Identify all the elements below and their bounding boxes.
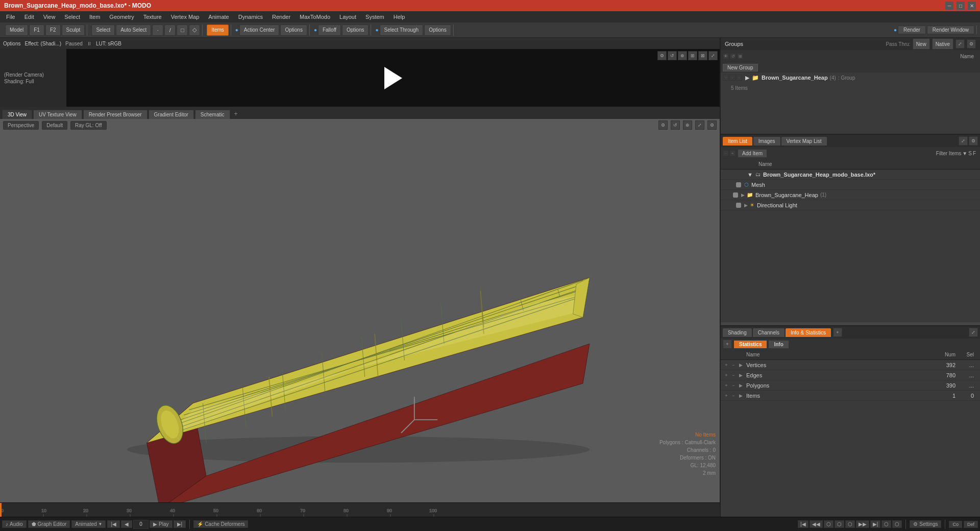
tc-3[interactable]: ⬡	[824, 520, 834, 528]
vp-ctrl-zoom[interactable]: ⊕	[683, 120, 692, 130]
auto-select-button[interactable]: Auto Select	[116, 25, 151, 36]
items-minus[interactable]: −	[730, 392, 737, 399]
groups-expand[interactable]: ⤢	[955, 39, 965, 49]
sculpt-button[interactable]: Sculpt	[62, 25, 85, 36]
group-item-row[interactable]: · · · ▶ 📁 Brown_Sugarcane_Heap (4) : Gro…	[721, 73, 980, 83]
tc-2[interactable]: ◀◀	[810, 520, 823, 528]
tab-gradient-editor[interactable]: Gradient Editor	[149, 110, 194, 119]
new-pass-button[interactable]: New	[913, 38, 930, 50]
vp-ctrl-settings[interactable]: ⚙	[707, 120, 717, 130]
items-button[interactable]: Items	[207, 25, 228, 36]
tab-info-statistics[interactable]: Info & Statistics	[786, 328, 831, 337]
item-list-settings[interactable]: ⚙	[969, 136, 978, 146]
sc-expand-icon[interactable]: ▶	[741, 192, 745, 198]
co-btn[interactable]: Co	[949, 521, 962, 528]
preview-ctrl-4[interactable]: ⊞	[688, 51, 697, 60]
audio-button[interactable]: ♪ Audio	[2, 520, 27, 528]
file-expand-col[interactable]: ▼	[747, 172, 754, 178]
minimize-button[interactable]: ─	[945, 2, 953, 10]
light-eye-col[interactable]	[736, 203, 743, 208]
f1-button[interactable]: F1	[29, 25, 44, 36]
menu-file[interactable]: File	[2, 13, 19, 21]
options1-button[interactable]: Options	[280, 25, 307, 36]
is-expand[interactable]: ⤢	[969, 328, 978, 337]
item-list-expand[interactable]: ⤢	[959, 136, 968, 146]
scrollbar-thumb[interactable]	[721, 322, 980, 325]
default-button[interactable]: Default	[42, 121, 67, 130]
def-btn[interactable]: Def	[964, 521, 978, 528]
tab-add[interactable]: +	[231, 109, 241, 119]
vp-ctrl-expand[interactable]: ⤢	[695, 120, 704, 130]
native-button[interactable]: Native	[932, 38, 953, 50]
item-add-icon[interactable]: +	[729, 150, 736, 156]
preview-ctrl-1[interactable]: ⚙	[657, 51, 667, 60]
menu-edit[interactable]: Edit	[20, 13, 38, 21]
options2-button[interactable]: Options	[342, 25, 369, 36]
vertices-plus[interactable]: +	[723, 361, 730, 369]
menu-vertex-map[interactable]: Vertex Map	[167, 13, 204, 21]
options3-button[interactable]: Options	[424, 25, 451, 36]
menu-dynamics[interactable]: Dynamics	[234, 13, 267, 21]
polygons-expand[interactable]: ▶	[737, 382, 744, 389]
file-item-row[interactable]: ▼ 🗂 Brown_Sugarcane_Heap_modo_base.lxo*	[721, 170, 980, 180]
tc-6[interactable]: ▶▶	[856, 520, 869, 528]
perspective-button[interactable]: Perspective	[3, 121, 39, 130]
items-expand[interactable]: ▶	[737, 392, 744, 399]
menu-maxtomodo[interactable]: MaxToModo	[296, 13, 334, 21]
polygons-minus[interactable]: −	[730, 382, 737, 389]
tc-4[interactable]: ⬡	[835, 520, 844, 528]
poly-mode-button[interactable]: □	[177, 25, 188, 36]
edges-minus[interactable]: −	[730, 372, 737, 379]
animated-button[interactable]: Animated ▼	[71, 520, 106, 528]
model-button[interactable]: Model	[5, 25, 28, 36]
select-button[interactable]: Select	[91, 25, 115, 36]
preview-ctrl-5[interactable]: ⊠	[698, 51, 707, 60]
menu-geometry[interactable]: Geometry	[105, 13, 138, 21]
stats-plus-btn[interactable]: +	[723, 340, 732, 349]
groups-refresh-btn[interactable]: ↺	[730, 53, 736, 59]
groups-eye-btn[interactable]: 👁	[723, 53, 729, 59]
tc-7[interactable]: ▶|	[870, 520, 881, 528]
group-render-icon[interactable]: ·	[736, 75, 742, 81]
preview-expand[interactable]: ⤢	[708, 51, 718, 60]
edge-mode-button[interactable]: /	[164, 25, 176, 36]
groups-settings[interactable]: ⚙	[967, 39, 976, 49]
tab-channels[interactable]: Channels	[753, 328, 785, 337]
edges-expand[interactable]: ▶	[737, 372, 744, 379]
sugarcane-group-row[interactable]: ▶ 📁 Brown_Sugarcane_Heap (1)	[721, 190, 980, 200]
select-through-button[interactable]: Select Through	[380, 25, 424, 36]
tc-8[interactable]: ⬡	[881, 520, 891, 528]
menu-view[interactable]: View	[39, 13, 60, 21]
tab-render-preset[interactable]: Render Preset Browser	[83, 110, 148, 119]
tab-3dview[interactable]: 3D View	[2, 110, 32, 119]
edges-plus[interactable]: +	[723, 372, 730, 379]
transport-play[interactable]: ▶ Play	[150, 520, 172, 528]
item-list-scrollbar[interactable]	[721, 322, 980, 325]
vertices-expand[interactable]: ▶	[737, 361, 744, 369]
falloff-button[interactable]: Falloff	[318, 25, 341, 36]
settings-button[interactable]: ⚙ Settings	[910, 520, 941, 528]
info-tab-btn[interactable]: Info	[769, 341, 788, 348]
tab-item-list[interactable]: Item List	[723, 137, 752, 146]
menu-system[interactable]: System	[361, 13, 388, 21]
frame-input[interactable]	[133, 520, 149, 529]
vp-ctrl-2[interactable]: ↺	[671, 120, 680, 130]
render-window-button[interactable]: Render Window	[927, 26, 974, 34]
graph-editor-button[interactable]: ⬟ Graph Editor	[28, 520, 70, 528]
menu-layout[interactable]: Layout	[335, 13, 360, 21]
menu-render[interactable]: Render	[268, 13, 295, 21]
statistics-tab-btn[interactable]: Statistics	[734, 341, 767, 348]
vertex-mode-button[interactable]: ·	[152, 25, 163, 36]
groups-lock-btn[interactable]: ⊞	[737, 53, 743, 59]
menu-select[interactable]: Select	[60, 13, 84, 21]
mesh-item-row[interactable]: ⬡ Mesh	[721, 180, 980, 190]
items-plus[interactable]: +	[723, 392, 730, 399]
light-item-row[interactable]: ▶ ☀ Directional Light	[721, 200, 980, 210]
polygons-plus[interactable]: +	[723, 382, 730, 389]
filter-dropdown-icon[interactable]: ▼	[962, 151, 967, 156]
ray-gl-button[interactable]: Ray GL: Off	[70, 121, 107, 130]
menu-item[interactable]: Item	[85, 13, 104, 21]
transport-next[interactable]: ▶|	[174, 520, 186, 528]
transport-prev[interactable]: ◀	[121, 520, 132, 528]
tab-uv-texture[interactable]: UV Texture View	[33, 110, 82, 119]
